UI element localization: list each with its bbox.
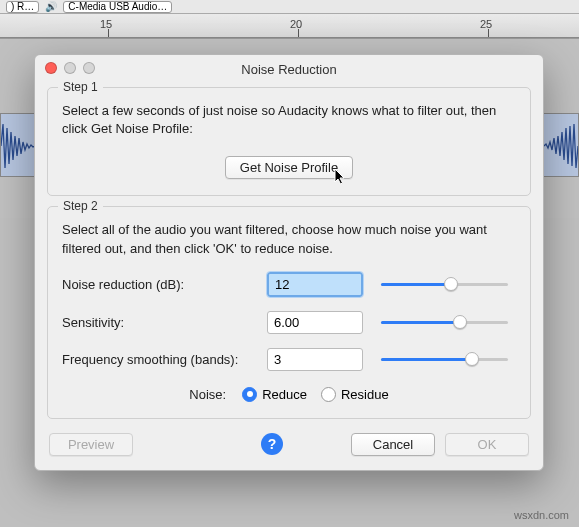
ruler-label: 20: [290, 18, 302, 30]
step1-legend: Step 1: [58, 80, 103, 94]
radio-reduce[interactable]: Reduce: [242, 387, 307, 402]
noise-reduction-slider[interactable]: [381, 276, 508, 292]
noise-reduction-input[interactable]: [267, 272, 363, 297]
sensitivity-label: Sensitivity:: [62, 315, 257, 330]
sensitivity-slider[interactable]: [381, 314, 508, 330]
ruler-label: 15: [100, 18, 112, 30]
preview-button[interactable]: Preview: [49, 433, 133, 456]
sensitivity-input[interactable]: [267, 311, 363, 334]
app-toolbar: ) R… 🔊 C-Media USB Audio…: [0, 0, 579, 14]
step1-group: Step 1 Select a few seconds of just nois…: [47, 87, 531, 196]
speaker-icon: 🔊: [45, 1, 57, 12]
step2-text: Select all of the audio you want filtere…: [62, 221, 516, 257]
timeline-ruler[interactable]: 15 20 25: [0, 14, 579, 38]
radio-reduce-label: Reduce: [262, 387, 307, 402]
noise-reduction-dialog: Noise Reduction Step 1 Select a few seco…: [34, 54, 544, 471]
zoom-icon: [83, 62, 95, 74]
audio-device-dropdown[interactable]: C-Media USB Audio…: [63, 1, 172, 13]
device-dropdown-left[interactable]: ) R…: [6, 1, 39, 13]
noise-reduction-label: Noise reduction (dB):: [62, 277, 257, 292]
dialog-title: Noise Reduction: [241, 62, 336, 77]
ok-button[interactable]: OK: [445, 433, 529, 456]
watermark: wsxdn.com: [514, 509, 569, 521]
cancel-button[interactable]: Cancel: [351, 433, 435, 456]
radio-residue-label: Residue: [341, 387, 389, 402]
step2-legend: Step 2: [58, 199, 103, 213]
radio-checked-icon: [242, 387, 257, 402]
waveform-icon: [1, 114, 35, 178]
waveform-icon: [544, 114, 578, 178]
frequency-smoothing-slider[interactable]: [381, 351, 508, 367]
ruler-label: 25: [480, 18, 492, 30]
close-icon[interactable]: [45, 62, 57, 74]
radio-residue[interactable]: Residue: [321, 387, 389, 402]
frequency-smoothing-input[interactable]: [267, 348, 363, 371]
step2-group: Step 2 Select all of the audio you want …: [47, 206, 531, 418]
minimize-icon: [64, 62, 76, 74]
get-noise-profile-button[interactable]: Get Noise Profile: [225, 156, 353, 179]
frequency-smoothing-label: Frequency smoothing (bands):: [62, 352, 257, 367]
dialog-titlebar[interactable]: Noise Reduction: [35, 55, 543, 83]
radio-unchecked-icon: [321, 387, 336, 402]
step1-text: Select a few seconds of just noise so Au…: [62, 102, 516, 138]
noise-mode-label: Noise:: [189, 387, 226, 402]
help-button[interactable]: ?: [261, 433, 283, 455]
